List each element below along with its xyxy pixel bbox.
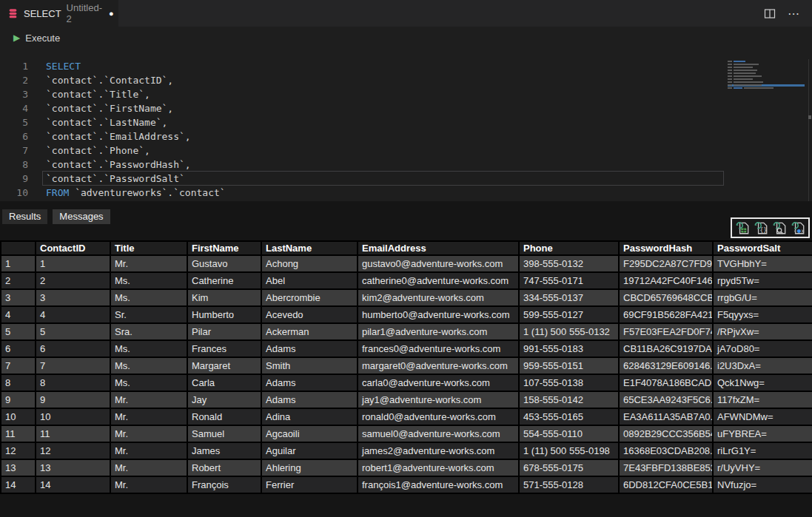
cell[interactable]: humberto0@adventure-works.com	[358, 306, 519, 323]
row-number-cell[interactable]: 12	[1, 442, 36, 459]
cell[interactable]: james2@adventure-works.com	[358, 442, 519, 459]
execute-codelens[interactable]: ▶ Execute	[0, 27, 812, 49]
cell[interactable]: Ms.	[110, 357, 187, 374]
column-header-emailaddress[interactable]: EmailAddress	[358, 241, 519, 255]
row-number-cell[interactable]: 13	[1, 459, 36, 476]
cell[interactable]: NVfuzjo=	[713, 476, 812, 493]
column-header-passwordhash[interactable]: PasswordHash	[619, 241, 713, 255]
more-actions-icon[interactable]: ⋯	[788, 7, 800, 21]
cell[interactable]: 158-555-0142	[519, 391, 619, 408]
cell[interactable]: Acevedo	[261, 306, 358, 323]
cell[interactable]: 554-555-0110	[519, 425, 619, 442]
cell[interactable]: 7E43FBFD138BE853...	[619, 459, 713, 476]
cell[interactable]: Mr.	[110, 391, 187, 408]
code-line[interactable]: 1 SELECT	[0, 59, 812, 73]
cell[interactable]: /RPjvXw=	[713, 323, 812, 340]
cell[interactable]: 1	[36, 255, 110, 272]
column-header-title[interactable]: Title	[110, 241, 187, 255]
cell[interactable]: Aguilar	[261, 442, 358, 459]
cell[interactable]: 628463129E609146...	[619, 357, 713, 374]
cell[interactable]: 8	[36, 374, 110, 391]
cell[interactable]: 14	[36, 476, 110, 493]
cell[interactable]: F5qyyxs=	[713, 306, 812, 323]
cell[interactable]: Adams	[261, 391, 358, 408]
cell[interactable]: Kim	[187, 289, 261, 306]
cell[interactable]: 453-555-0165	[519, 408, 619, 425]
cell[interactable]: 9	[36, 391, 110, 408]
cell[interactable]: Ms.	[110, 272, 187, 289]
cell[interactable]: Robert	[187, 459, 261, 476]
code-line[interactable]: 7 `contact`.`Phone`,	[0, 143, 812, 158]
cell[interactable]: F57E03FEA2FD0F74...	[619, 323, 713, 340]
scrollbar-track[interactable]	[808, 59, 809, 201]
cell[interactable]: 3	[36, 289, 110, 306]
cell[interactable]: Humberto	[187, 306, 261, 323]
code-line-current[interactable]: 9 `contact`.`PasswordSalt`	[0, 172, 812, 186]
cell[interactable]: 10	[36, 408, 110, 425]
code-line[interactable]: 8 `contact`.`PasswordHash`,	[0, 158, 812, 172]
cell[interactable]: TVGHbhY=	[713, 255, 812, 272]
cell[interactable]: Ferrier	[261, 476, 358, 493]
cell[interactable]: Ms.	[110, 289, 187, 306]
cell[interactable]: Adams	[261, 374, 358, 391]
cell[interactable]: 16368E03CDAB208...	[619, 442, 713, 459]
cell[interactable]: 571-555-0128	[519, 476, 619, 493]
cell[interactable]: 4	[36, 306, 110, 323]
cell[interactable]: Smith	[261, 357, 358, 374]
cell[interactable]: Mr.	[110, 425, 187, 442]
tab-select-untitled-2[interactable]: SELECT Untitled-2 ●	[0, 0, 118, 27]
cell[interactable]: 107-555-0138	[519, 374, 619, 391]
cell[interactable]: 1 (11) 500 555-0132	[519, 323, 619, 340]
column-header-firstname[interactable]: FirstName	[187, 241, 261, 255]
cell[interactable]: 747-555-0171	[519, 272, 619, 289]
cell[interactable]: 991-555-0183	[519, 340, 619, 357]
code-line[interactable]: 3 `contact`.`Title`,	[0, 87, 812, 101]
row-number-cell[interactable]: 8	[1, 374, 36, 391]
cell[interactable]: François	[187, 476, 261, 493]
cell[interactable]: Abel	[261, 272, 358, 289]
cell[interactable]: samuel0@adventure-works.com	[358, 425, 519, 442]
cell[interactable]: gustavo0@adventure-works.com	[358, 255, 519, 272]
cell[interactable]: Mr.	[110, 459, 187, 476]
cell[interactable]: robert1@adventure-works.com	[358, 459, 519, 476]
cell[interactable]: Adina	[261, 408, 358, 425]
cell[interactable]: Ackerman	[261, 323, 358, 340]
cell[interactable]: 2	[36, 272, 110, 289]
sql-editor[interactable]: 1 SELECT 2 `contact`.`ContactID`, 3 `con…	[0, 49, 812, 201]
cell[interactable]: Catherine	[187, 272, 261, 289]
code-line[interactable]: 2 `contact`.`ContactID`,	[0, 73, 812, 87]
row-number-cell[interactable]: 9	[1, 391, 36, 408]
cell[interactable]: Jay	[187, 391, 261, 408]
cell[interactable]: i2U3DxA=	[713, 357, 812, 374]
cell[interactable]: 5	[36, 323, 110, 340]
cell[interactable]: uFYBREA=	[713, 425, 812, 442]
column-header-phone[interactable]: Phone	[519, 241, 619, 255]
cell[interactable]: catherine0@adventure-works.com	[358, 272, 519, 289]
open-results-json-icon[interactable]	[790, 220, 806, 236]
cell[interactable]: pilar1@adventure-works.com	[358, 323, 519, 340]
row-number-cell[interactable]: 14	[1, 476, 36, 493]
cell[interactable]: jA7oD80=	[713, 340, 812, 357]
cell[interactable]: 69CF91B5628FA421...	[619, 306, 713, 323]
cell[interactable]: Ronald	[187, 408, 261, 425]
code-line[interactable]: 6 `contact`.`EmailAddress`,	[0, 129, 812, 143]
cell[interactable]: Ahlering	[261, 459, 358, 476]
tab-results[interactable]: Results	[2, 209, 47, 224]
cell[interactable]: Qck1Nwg=	[713, 374, 812, 391]
cell[interactable]: 959-555-0151	[519, 357, 619, 374]
cell[interactable]: 13	[36, 459, 110, 476]
row-number-cell[interactable]: 7	[1, 357, 36, 374]
cell[interactable]: 11	[36, 425, 110, 442]
cell[interactable]: Sra.	[110, 323, 187, 340]
cell[interactable]: CBCD65769648CCB...	[619, 289, 713, 306]
cell[interactable]: kim2@adventure-works.com	[358, 289, 519, 306]
cell[interactable]: 7	[36, 357, 110, 374]
cell[interactable]: Sr.	[110, 306, 187, 323]
cell[interactable]: Samuel	[187, 425, 261, 442]
cell[interactable]: 1 (11) 500 555-0198	[519, 442, 619, 459]
row-number-cell[interactable]: 2	[1, 272, 36, 289]
cell[interactable]: Carla	[187, 374, 261, 391]
scrollbar-thumb[interactable]	[808, 115, 811, 119]
code-line[interactable]: 10 FROM `adventureworks`.`contact`	[0, 186, 812, 200]
cell[interactable]: 0892B29CCC356B54...	[619, 425, 713, 442]
